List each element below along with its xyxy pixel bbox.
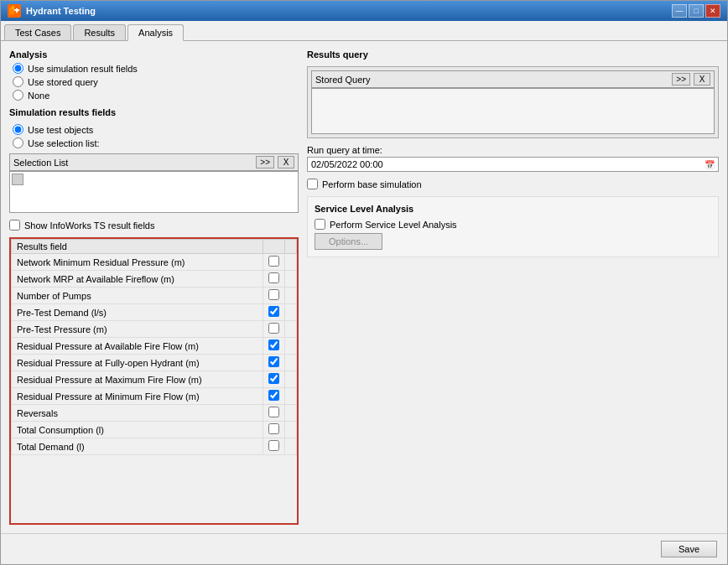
radio-use-selection-list[interactable]: Use selection list:: [13, 137, 299, 148]
results-table-scroll[interactable]: Results field Network Minimum Residual P…: [11, 239, 297, 523]
results-row-spacer: [285, 338, 297, 355]
results-row-spacer: [285, 371, 297, 388]
results-row-spacer: [285, 355, 297, 371]
results-row-spacer: [285, 304, 297, 321]
table-row: Pre-Test Demand (l/s): [12, 304, 297, 321]
selection-list-expand-btn[interactable]: >>: [256, 156, 274, 168]
results-row-spacer: [285, 438, 297, 455]
minimize-button[interactable]: —: [672, 4, 687, 18]
options-button[interactable]: Options...: [315, 233, 382, 250]
results-field-label: Network Minimum Residual Pressure (m): [12, 254, 263, 271]
radio-use-stored-query[interactable]: Use stored query: [13, 76, 299, 87]
radio-none[interactable]: None: [13, 90, 299, 101]
perform-sla-checkbox[interactable]: Perform Service Level Analysis: [315, 219, 711, 230]
table-row: Residual Pressure at Available Fire Flow…: [12, 338, 297, 355]
results-row-spacer: [285, 254, 297, 271]
title-bar-left: Hydrant Testing: [8, 4, 96, 18]
tab-test-cases[interactable]: Test Cases: [4, 24, 71, 40]
query-text-area[interactable]: [311, 88, 715, 134]
title-bar: Hydrant Testing — □ ✕: [1, 1, 727, 21]
table-row: Network MRP at Available Fireflow (m): [12, 271, 297, 288]
sim-results-section: Simulation results fields Use test objec…: [9, 107, 299, 231]
title-controls: — □ ✕: [672, 4, 720, 18]
run-query-row: Run query at time: 02/05/2022 00:00 📅: [307, 145, 719, 172]
table-row: Total Demand (l): [12, 438, 297, 455]
results-field-checkbox-cell[interactable]: [263, 388, 285, 405]
window-title: Hydrant Testing: [26, 6, 96, 16]
results-field-checkbox-cell[interactable]: [263, 288, 285, 304]
table-row: Total Consumption (l): [12, 422, 297, 438]
results-field-label: Pre-Test Pressure (m): [12, 321, 263, 338]
stored-query-clear-btn[interactable]: X: [694, 73, 710, 86]
tab-bar: Test Cases Results Analysis: [1, 21, 727, 41]
stored-query-expand-btn[interactable]: >>: [672, 73, 690, 86]
sim-results-radio-group: Use test objects Use selection list:: [9, 124, 299, 148]
results-field-checkbox-cell[interactable]: [263, 405, 285, 422]
table-row: Residual Pressure at Minimum Fire Flow (…: [12, 388, 297, 405]
radio-use-sim-result-fields[interactable]: Use simulation result fields: [13, 63, 299, 74]
results-field-checkbox-cell[interactable]: [263, 371, 285, 388]
analysis-section: Analysis Use simulation result fields Us…: [9, 49, 299, 101]
perform-base-sim-checkbox[interactable]: Perform base simulation: [307, 179, 719, 189]
results-field-checkbox-cell[interactable]: [263, 422, 285, 438]
results-table: Results field Network Minimum Residual P…: [11, 239, 297, 455]
sim-results-label: Simulation results fields: [9, 107, 299, 117]
calendar-icon[interactable]: 📅: [705, 160, 715, 169]
results-field-checkbox-cell[interactable]: [263, 304, 285, 321]
table-row: Reversals: [12, 405, 297, 422]
results-field-checkbox-cell[interactable]: [263, 438, 285, 455]
results-row-spacer: [285, 388, 297, 405]
selection-list-bar: Selection List >> X: [9, 153, 299, 171]
selection-list-box[interactable]: [9, 171, 299, 213]
sla-section: Service Level Analysis Perform Service L…: [307, 196, 719, 257]
selection-list-container: Selection List >> X: [9, 153, 299, 213]
close-button[interactable]: ✕: [705, 4, 720, 18]
radio-use-test-objects[interactable]: Use test objects: [13, 124, 299, 135]
results-field-checkbox-cell[interactable]: [263, 254, 285, 271]
results-field-checkbox-cell[interactable]: [263, 271, 285, 288]
main-content: Analysis Use simulation result fields Us…: [1, 41, 727, 533]
results-field-checkbox-cell[interactable]: [263, 321, 285, 338]
svg-rect-1: [12, 6, 14, 9]
table-row: Number of Pumps: [12, 288, 297, 304]
tab-analysis[interactable]: Analysis: [127, 24, 184, 41]
save-button[interactable]: Save: [661, 541, 717, 557]
selection-list-clear-btn[interactable]: X: [278, 156, 294, 168]
maximize-button[interactable]: □: [689, 4, 704, 18]
results-field-label: Residual Pressure at Available Fire Flow…: [12, 338, 263, 355]
results-field-checkbox-cell[interactable]: [263, 355, 285, 371]
right-panel: Results query Stored Query >> X Run quer…: [307, 49, 719, 525]
results-row-spacer: [285, 321, 297, 338]
results-field-label: Total Demand (l): [12, 438, 263, 455]
results-table-container: Results field Network Minimum Residual P…: [9, 237, 299, 525]
run-query-label: Run query at time:: [307, 145, 719, 155]
datetime-input[interactable]: 02/05/2022 00:00 📅: [307, 157, 719, 172]
selection-list-label: Selection List: [13, 158, 252, 168]
results-field-label: Number of Pumps: [12, 288, 263, 304]
table-row: Pre-Test Pressure (m): [12, 321, 297, 338]
results-query-label: Results query: [307, 49, 719, 60]
results-field-label: Residual Pressure at Maximum Fire Flow (…: [12, 371, 263, 388]
stored-query-bar: Stored Query >> X: [311, 70, 715, 88]
results-scroll-header: [285, 240, 297, 254]
app-icon: [8, 4, 21, 18]
tab-results[interactable]: Results: [73, 24, 126, 40]
results-field-checkbox-cell[interactable]: [263, 338, 285, 355]
datetime-value: 02/05/2022 00:00: [311, 159, 383, 169]
results-field-label: Pre-Test Demand (l/s): [12, 304, 263, 321]
table-row: Residual Pressure at Maximum Fire Flow (…: [12, 371, 297, 388]
stored-query-label: Stored Query: [315, 75, 668, 85]
analysis-label: Analysis: [9, 49, 299, 60]
results-field-label: Residual Pressure at Fully-open Hydrant …: [12, 355, 263, 371]
table-row: Network Minimum Residual Pressure (m): [12, 254, 297, 271]
results-query-box: Stored Query >> X: [307, 66, 719, 138]
main-window: Hydrant Testing — □ ✕ Test Cases Results…: [0, 0, 728, 565]
results-row-spacer: [285, 405, 297, 422]
results-row-spacer: [285, 288, 297, 304]
sla-title: Service Level Analysis: [315, 204, 711, 214]
results-field-label: Residual Pressure at Minimum Fire Flow (…: [12, 388, 263, 405]
left-panel: Analysis Use simulation result fields Us…: [9, 49, 299, 525]
show-infoworks-checkbox[interactable]: Show InfoWorks TS result fields: [9, 220, 299, 231]
selection-list-item: [12, 174, 23, 185]
results-field-label: Reversals: [12, 405, 263, 422]
